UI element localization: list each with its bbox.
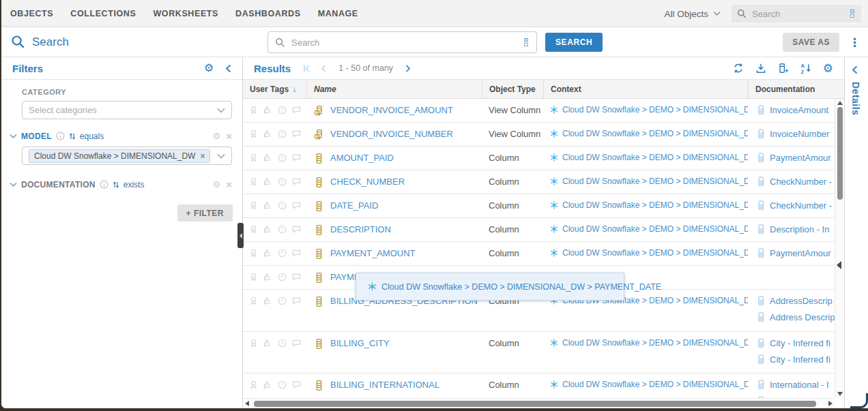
remove-filter-icon[interactable]: ×: [226, 131, 232, 141]
warning-circle-icon[interactable]: [277, 200, 287, 211]
results-settings-gear-icon[interactable]: ⚙: [823, 63, 833, 74]
prev-page-icon[interactable]: [319, 64, 328, 73]
nav-item-dashboards[interactable]: DASHBOARDS: [235, 9, 301, 18]
overflow-menu-icon[interactable]: ⋮: [849, 37, 860, 48]
warning-circle-icon[interactable]: [277, 153, 287, 163]
advanced-search-icon[interactable]: [523, 37, 530, 47]
comment-icon[interactable]: [291, 129, 302, 139]
endorse-ribbon-icon[interactable]: [248, 338, 259, 348]
info-icon[interactable]: [100, 180, 108, 189]
context-breadcrumb-link[interactable]: Cloud DW Snowflake > DEMO > DIMENSIONAL_…: [562, 153, 748, 162]
object-name-link[interactable]: VENDOR_INVOICE_AMOUNT: [330, 105, 453, 115]
context-breadcrumb-link[interactable]: Cloud DW Snowflake > DEMO > DIMENSIONAL_…: [562, 200, 748, 210]
details-resize-handle[interactable]: [837, 261, 841, 269]
endorse-ribbon-icon[interactable]: [248, 105, 259, 115]
documentation-link[interactable]: PaymentAmour: [770, 248, 831, 258]
chip-close-icon[interactable]: ×: [200, 151, 205, 161]
comment-icon[interactable]: [291, 338, 302, 348]
object-name-link[interactable]: BILLING_INTERNATIONAL: [330, 380, 439, 390]
documentation-operator[interactable]: exists: [124, 180, 145, 189]
global-search-box[interactable]: [732, 5, 861, 22]
documentation-link[interactable]: InvoiceNumber: [770, 129, 829, 139]
endorse-ribbon-icon[interactable]: [248, 224, 259, 234]
comment-icon[interactable]: [291, 200, 302, 211]
endorse-ribbon-icon[interactable]: [248, 380, 259, 390]
context-breadcrumb-link[interactable]: Cloud DW Snowflake > DEMO > DIMENSIONAL_…: [562, 338, 748, 348]
object-name-link[interactable]: DESCRIPTION: [330, 224, 391, 234]
comment-icon[interactable]: [291, 380, 302, 390]
thumbs-up-icon[interactable]: [263, 224, 273, 234]
documentation-link[interactable]: InvoiceAmount: [770, 105, 828, 115]
warning-circle-icon[interactable]: [277, 177, 287, 187]
context-breadcrumb-link[interactable]: Cloud DW Snowflake > DEMO > DIMENSIONAL_…: [562, 248, 748, 258]
object-name-link[interactable]: PAYMENT_AMOUNT: [330, 248, 415, 258]
warning-circle-icon[interactable]: [277, 224, 287, 234]
scroll-up-arrow[interactable]: [837, 101, 843, 105]
warning-circle-icon[interactable]: [277, 272, 287, 282]
thumbs-up-icon[interactable]: [263, 105, 273, 115]
scroll-down-arrow[interactable]: [837, 392, 843, 396]
main-search-box[interactable]: [267, 31, 537, 53]
nav-item-collections[interactable]: COLLECTIONS: [70, 9, 136, 18]
thumbs-up-icon[interactable]: [263, 129, 273, 139]
comment-icon[interactable]: [291, 296, 302, 306]
comment-icon[interactable]: [291, 248, 302, 258]
documentation-link[interactable]: City - Inferred fi: [770, 338, 830, 348]
advanced-search-icon[interactable]: [849, 9, 856, 18]
warning-circle-icon[interactable]: [277, 248, 287, 258]
endorse-ribbon-icon[interactable]: [248, 153, 259, 163]
thumbs-up-icon[interactable]: [263, 380, 273, 390]
documentation-link[interactable]: Description - In: [770, 224, 829, 234]
panel-resize-handle[interactable]: [237, 223, 244, 248]
documentation-link[interactable]: CheckNumber -: [770, 177, 832, 187]
first-page-icon[interactable]: [302, 64, 311, 73]
thumbs-up-icon[interactable]: [263, 153, 273, 163]
column-header-object-type[interactable]: Object Type: [482, 80, 543, 98]
object-name-link[interactable]: CHECK_NUMBER: [330, 177, 405, 187]
context-breadcrumb-link[interactable]: Cloud DW Snowflake > DEMO > DIMENSIONAL_…: [562, 177, 748, 186]
add-column-icon[interactable]: [778, 63, 789, 74]
global-search-input[interactable]: [752, 9, 843, 19]
refresh-icon[interactable]: [733, 63, 744, 74]
documentation-link[interactable]: City - Inferred fi: [770, 354, 830, 365]
warning-circle-icon[interactable]: [277, 105, 287, 115]
documentation-link[interactable]: Address Descrip: [770, 312, 835, 322]
endorse-ribbon-icon[interactable]: [248, 200, 259, 211]
comment-icon[interactable]: [291, 224, 302, 234]
section-chevron-down-icon[interactable]: [10, 182, 17, 187]
comment-icon[interactable]: [291, 177, 302, 187]
warning-circle-icon[interactable]: [277, 338, 287, 348]
search-button[interactable]: SEARCH: [545, 33, 603, 52]
endorse-ribbon-icon[interactable]: [248, 129, 259, 139]
save-as-button[interactable]: SAVE AS: [783, 33, 839, 52]
object-name-link[interactable]: BILLING_CITY: [330, 338, 390, 348]
documentation-link[interactable]: International - I: [770, 380, 829, 390]
horizontal-scrollbar-thumb[interactable]: [254, 401, 816, 407]
documentation-link[interactable]: CheckNumber -: [770, 200, 832, 211]
horizontal-scrollbar[interactable]: [243, 398, 835, 408]
column-header-documentation[interactable]: Documentation: [748, 80, 844, 98]
endorse-ribbon-icon[interactable]: [248, 272, 259, 282]
warning-circle-icon[interactable]: [277, 296, 287, 306]
object-name-link[interactable]: VENDOR_INVOICE_NUMBER: [330, 129, 453, 139]
context-breadcrumb-link[interactable]: Cloud DW Snowflake > DEMO > DIMENSIONAL_…: [562, 380, 748, 389]
collapse-filters-chevron-icon[interactable]: [225, 64, 231, 73]
endorse-ribbon-icon[interactable]: [248, 177, 259, 187]
column-header-name[interactable]: Name: [306, 80, 482, 98]
object-name-link[interactable]: AMOUNT_PAID: [330, 153, 394, 163]
endorse-ribbon-icon[interactable]: [248, 248, 259, 258]
model-operator[interactable]: equals: [80, 132, 104, 141]
nav-item-manage[interactable]: MANAGE: [318, 9, 358, 18]
documentation-link[interactable]: AddressDescrip: [770, 296, 833, 306]
remove-filter-icon[interactable]: ×: [226, 179, 232, 189]
sort-az-icon[interactable]: AZ: [800, 63, 811, 74]
info-icon[interactable]: [56, 132, 65, 140]
context-breadcrumb-link[interactable]: Cloud DW Snowflake > DEMO > DIMENSIONAL_…: [562, 224, 748, 234]
details-panel-collapsed[interactable]: Details: [844, 57, 868, 408]
comment-icon[interactable]: [291, 272, 302, 282]
endorse-ribbon-icon[interactable]: [248, 296, 259, 306]
documentation-link[interactable]: PaymentAmour: [770, 153, 831, 163]
category-select[interactable]: Select categories: [22, 101, 232, 119]
thumbs-up-icon[interactable]: [263, 296, 273, 306]
thumbs-up-icon[interactable]: [263, 200, 273, 211]
